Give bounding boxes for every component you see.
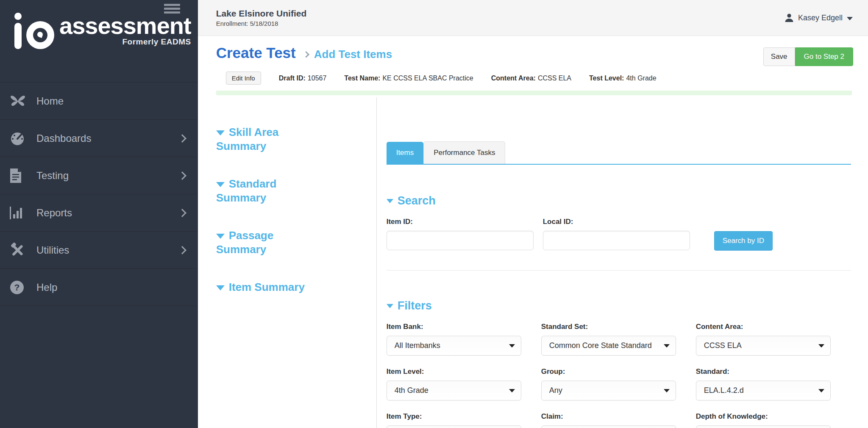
app-window: assessment Formerly EADMS Home Dashboard… [0,0,868,428]
content-area-select[interactable]: CCSS ELA [696,336,831,356]
sidebar-item-dashboards[interactable]: Dashboards [0,120,198,157]
sidebar: assessment Formerly EADMS Home Dashboard… [0,0,198,428]
item-type-select[interactable]: Any [387,425,521,428]
sidebar-item-testing[interactable]: Testing [0,157,198,194]
gauge-icon [9,131,30,146]
page-subtitle: Add Test Items [314,48,392,61]
item-search-panel: Items Performance Tasks Search Item ID: … [377,97,868,428]
caret-down-icon [664,344,670,348]
sidebar-item-help[interactable]: ? Help [0,269,198,306]
sidebar-item-label: Testing [36,170,179,182]
filter-item-type: Item Type: Any [387,412,521,428]
search-by-id-button[interactable]: Search by ID [714,231,773,251]
sidebar-item-home[interactable]: Home [0,83,198,120]
search-heading[interactable]: Search [387,194,851,207]
filter-standard-set: Standard Set: Common Core State Standard [541,323,676,356]
caret-down-icon [664,389,670,392]
filters-heading[interactable]: Filters [387,299,851,312]
local-id-input[interactable] [543,231,690,250]
filter-grid: Item Bank: All Itembanks Standard Set: C… [387,323,851,428]
io-logo-icon [8,13,58,52]
edit-info-button[interactable]: Edit Info [226,72,261,85]
group-select[interactable]: Any [541,381,676,400]
filter-content-area: Content Area: CCSS ELA [696,323,831,356]
chevron-right-icon [178,134,186,143]
claim-select[interactable]: Any [541,425,676,428]
tools-icon [9,243,30,258]
caret-down-icon [216,285,225,290]
caret-down-icon [216,234,225,239]
sidebar-item-reports[interactable]: Reports [0,194,198,232]
chevron-right-icon [178,171,186,180]
sidebar-nav: Home Dashboards Testing Repor [0,82,198,306]
item-id-input[interactable] [387,231,534,250]
enrollment-date: Enrollment: 5/18/2018 [216,20,307,27]
filter-claim: Claim: Any [541,412,676,428]
summary-link-passage[interactable]: Passage Summary [216,229,326,256]
sidebar-item-label: Dashboards [36,133,179,144]
sidebar-item-label: Reports [36,207,179,219]
sidebar-item-label: Home [36,95,185,107]
caret-down-icon [216,130,225,135]
item-bank-select[interactable]: All Itembanks [387,336,521,356]
filter-item-bank: Item Bank: All Itembanks [387,323,521,356]
bar-chart-icon [9,206,30,220]
tab-performance-tasks[interactable]: Performance Tasks [423,141,505,164]
filter-standard: Standard: ELA.L.4.2.d [696,367,831,400]
standard-select[interactable]: ELA.L.4.2.d [696,381,831,400]
save-button[interactable]: Save [763,47,795,66]
item-id-field: Item ID: [387,218,534,251]
content-area: Content Area:CCSS ELA [491,75,571,82]
main-area: Lake Elsinore Unified Enrollment: 5/18/2… [198,0,868,428]
chevron-right-icon [303,51,309,58]
district-name: Lake Elsinore Unified [216,8,307,19]
top-header-bar: Lake Elsinore Unified Enrollment: 5/18/2… [198,0,868,36]
filter-depth-of-knowledge: Depth of Knowledge: Any [696,412,831,428]
step-buttons: Save Go to Step 2 [763,47,853,66]
summary-link-standard[interactable]: Standard Summary [216,177,326,204]
item-id-label: Item ID: [387,218,534,226]
go-to-step-2-button[interactable]: Go to Step 2 [795,47,853,66]
test-name: Test Name:KE CCSS ELA SBAC Practice [344,75,473,82]
tab-bar: Items Performance Tasks [387,141,851,165]
caret-down-icon [847,17,853,20]
caret-down-icon [387,199,393,203]
local-id-field: Local ID: [543,218,690,251]
document-icon [9,168,30,183]
item-level-select[interactable]: 4th Grade [387,381,521,400]
depth-of-knowledge-select[interactable]: Any [696,425,831,428]
content-area: Skill Area Summary Standard Summary Pass… [198,97,868,428]
sidebar-item-utilities[interactable]: Utilities [0,232,198,269]
caret-down-icon [509,344,515,348]
caret-down-icon [216,182,225,187]
user-menu[interactable]: Kasey Edgell [785,13,853,22]
summary-link-skill-area[interactable]: Skill Area Summary [216,125,326,153]
test-level: Test Level:4th Grade [589,75,657,82]
standard-set-select[interactable]: Common Core State Standard [541,336,676,356]
filter-item-level: Item Level: 4th Grade [387,367,521,400]
brand-name: assessment [59,13,191,39]
sidebar-item-label: Utilities [36,244,179,256]
caret-down-icon [818,389,824,392]
butterfly-icon [9,95,30,108]
summary-link-item[interactable]: Item Summary [216,280,326,294]
breadcrumb: Create Test Add Test Items [216,44,392,61]
sidebar-item-label: Help [36,282,185,293]
question-circle-icon: ? [9,280,30,295]
page-head: Create Test Add Test Items Save Go to St… [198,36,868,66]
filters-section: Filters Item Bank: All Itembanks Standar… [387,299,851,428]
user-icon [785,13,794,22]
test-info-row: Edit Info Draft ID:10567 Test Name:KE CC… [198,72,868,85]
page-title: Create Test [216,44,296,61]
summary-panel: Skill Area Summary Standard Summary Pass… [198,97,377,428]
caret-down-icon [818,344,824,348]
section-divider [387,270,851,271]
svg-text:?: ? [14,282,20,292]
hamburger-menu-icon[interactable] [164,4,180,15]
local-id-label: Local ID: [543,218,690,226]
tab-items[interactable]: Items [387,142,424,164]
filter-group: Group: Any [541,367,676,400]
user-name: Kasey Edgell [798,14,843,22]
search-section: Search Item ID: Local ID: Search by ID [387,194,851,251]
progress-bar [216,91,852,95]
